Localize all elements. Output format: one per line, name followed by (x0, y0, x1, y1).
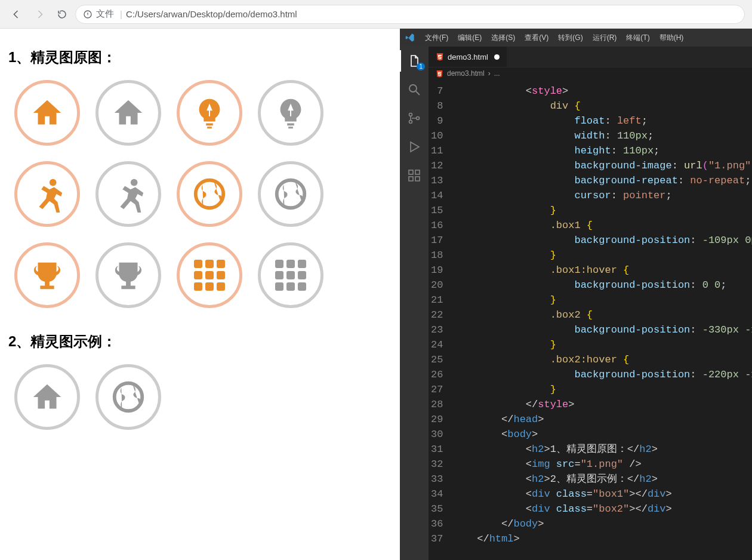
sprite-example-home[interactable] (14, 364, 80, 430)
menu-item[interactable]: 转到(G) (553, 30, 587, 45)
sprite-home-icon[interactable] (95, 80, 161, 146)
address-bar[interactable]: 文件 | C:/Users/arwan/Desktop/demo/demo3.h… (75, 5, 745, 24)
svg-rect-5 (409, 170, 413, 174)
sprite-run-icon[interactable] (95, 161, 161, 227)
breadcrumb-file: demo3.html (447, 69, 485, 78)
back-button[interactable] (7, 5, 26, 24)
svg-rect-7 (415, 177, 420, 181)
svg-point-2 (409, 113, 412, 116)
page-heading-1: 1、精灵图原图： (8, 48, 392, 67)
activity-bar: 1 (400, 47, 429, 560)
browser-toolbar: 文件 | C:/Users/arwan/Desktop/demo/demo3.h… (0, 0, 752, 29)
sprite-run-icon[interactable] (14, 161, 80, 227)
url-text: C:/Users/arwan/Desktop/demo/demo3.html (126, 9, 297, 19)
svg-point-1 (409, 85, 417, 92)
search-icon[interactable] (406, 81, 423, 98)
file-protocol-label: 文件 (96, 8, 114, 20)
run-debug-icon[interactable] (406, 139, 423, 155)
menu-item[interactable]: 编辑(E) (453, 30, 486, 45)
breadcrumb-more: ... (494, 69, 500, 78)
svg-point-4 (417, 117, 420, 120)
sprite-sheet-image (14, 80, 392, 308)
html5-icon (436, 53, 444, 61)
code-content[interactable]: <style> div { float: left; width: 110px;… (452, 80, 752, 560)
tab-demo3[interactable]: demo3.html (429, 47, 507, 67)
sprite-home-icon[interactable] (14, 80, 80, 146)
sprite-trophy-icon[interactable] (14, 242, 80, 308)
tab-title: demo3.html (448, 53, 488, 61)
sprite-globe-icon[interactable] (177, 161, 242, 227)
sprite-example-globe[interactable] (95, 364, 161, 430)
sprite-bulb-icon[interactable] (177, 80, 242, 146)
sprite-grid-icon[interactable] (258, 242, 323, 308)
modified-dot-icon (494, 54, 500, 60)
explorer-badge: 1 (417, 63, 425, 70)
forward-button[interactable] (30, 5, 49, 24)
menu-item[interactable]: 查看(V) (520, 30, 553, 45)
sprite-globe-icon[interactable] (258, 161, 323, 227)
chevron-right-icon: › (488, 69, 491, 78)
line-gutter: 7891011121314151617181920212223242526272… (429, 80, 452, 560)
reload-button[interactable] (53, 5, 72, 24)
breadcrumb[interactable]: demo3.html › ... (429, 67, 752, 80)
sprite-trophy-icon[interactable] (95, 242, 161, 308)
vscode-window: 文件(F)编辑(E)选择(S)查看(V)转到(G)运行(R)终端(T)帮助(H)… (400, 29, 752, 560)
sprite-grid-icon[interactable] (177, 242, 242, 308)
source-control-icon[interactable] (406, 110, 423, 127)
svg-point-3 (409, 121, 412, 124)
svg-rect-8 (415, 170, 420, 174)
editor-tabs: demo3.html (429, 47, 752, 67)
html5-icon (436, 70, 443, 78)
code-editor[interactable]: 7891011121314151617181920212223242526272… (429, 80, 752, 560)
extensions-icon[interactable] (406, 167, 423, 184)
editor-menubar: 文件(F)编辑(E)选择(S)查看(V)转到(G)运行(R)终端(T)帮助(H) (400, 29, 752, 47)
svg-rect-6 (409, 177, 413, 181)
menu-item[interactable]: 选择(S) (486, 30, 520, 45)
menu-item[interactable]: 帮助(H) (655, 30, 689, 45)
browser-viewport: 1、精灵图原图： 2、精灵图示例： (0, 29, 400, 560)
sprite-bulb-icon[interactable] (258, 80, 323, 146)
page-heading-2: 2、精灵图示例： (8, 332, 392, 351)
menu-item[interactable]: 终端(T) (621, 30, 654, 45)
menu-item[interactable]: 文件(F) (420, 30, 453, 45)
menu-item[interactable]: 运行(R) (588, 30, 622, 45)
separator: | (120, 9, 122, 19)
explorer-icon[interactable]: 1 (406, 53, 423, 69)
vscode-logo-icon (405, 32, 415, 43)
